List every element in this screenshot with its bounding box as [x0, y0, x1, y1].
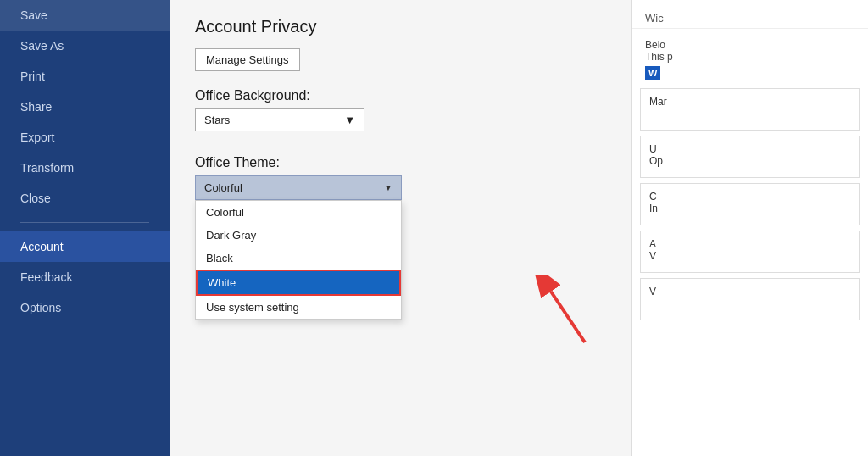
theme-option-colorful[interactable]: Colorful	[196, 201, 401, 224]
office-background-dropdown: Stars ▼	[195, 108, 364, 131]
office-theme-trigger[interactable]: Colorful ▼	[195, 175, 402, 200]
sidebar-item-close[interactable]: Close	[0, 183, 170, 214]
theme-chevron-icon: ▼	[384, 183, 392, 192]
right-card-5: V	[640, 278, 860, 320]
right-card-1: Mar	[640, 88, 860, 131]
sidebar-item-feedback[interactable]: Feedback	[0, 262, 170, 292]
manage-settings-button[interactable]: Manage Settings	[195, 48, 300, 71]
bg-selected-value: Stars	[204, 114, 230, 126]
word-icon: W	[645, 66, 660, 80]
right-panel-text: Belo This p W	[632, 36, 868, 83]
sidebar-item-save[interactable]: Save	[0, 0, 170, 31]
sidebar-item-print[interactable]: Print	[0, 61, 170, 92]
theme-option-black[interactable]: Black	[196, 247, 401, 270]
office-background-label: Office Background:	[195, 88, 605, 103]
office-theme-label: Office Theme:	[195, 155, 605, 170]
right-panel-header: Wic	[632, 8, 868, 29]
right-panel: Wic Belo This p W Mar UOp CIn AV V	[631, 0, 868, 456]
sidebar-item-save-as[interactable]: Save As	[0, 31, 170, 61]
right-card-3: CIn	[640, 183, 860, 225]
theme-selected-value: Colorful	[204, 181, 242, 194]
sidebar-item-export[interactable]: Export	[0, 122, 170, 153]
account-privacy-title: Account Privacy	[195, 17, 605, 36]
sidebar-item-options[interactable]: Options	[0, 292, 170, 323]
theme-option-system[interactable]: Use system setting	[196, 296, 401, 319]
sidebar: Save Save As Print Share Export Transfor…	[0, 0, 170, 456]
right-card-2: UOp	[640, 136, 860, 178]
sidebar-item-account[interactable]: Account	[0, 231, 170, 262]
sidebar-item-share[interactable]: Share	[0, 92, 170, 122]
svg-line-1	[551, 292, 585, 342]
right-card-4: AV	[640, 231, 860, 273]
theme-option-dark-gray[interactable]: Dark Gray	[196, 224, 401, 247]
theme-dropdown-menu: Colorful Dark Gray Black White Use syste…	[195, 200, 402, 320]
sidebar-item-transform[interactable]: Transform	[0, 153, 170, 183]
arrow-annotation	[534, 275, 602, 354]
theme-option-white[interactable]: White	[196, 270, 401, 296]
office-theme-dropdown: Colorful ▼ Colorful Dark Gray Black Whit…	[195, 175, 402, 200]
office-background-trigger[interactable]: Stars ▼	[195, 108, 364, 131]
bg-chevron-icon: ▼	[344, 114, 355, 126]
sidebar-divider	[20, 222, 149, 223]
main-content: Account Privacy Manage Settings Office B…	[170, 0, 631, 456]
